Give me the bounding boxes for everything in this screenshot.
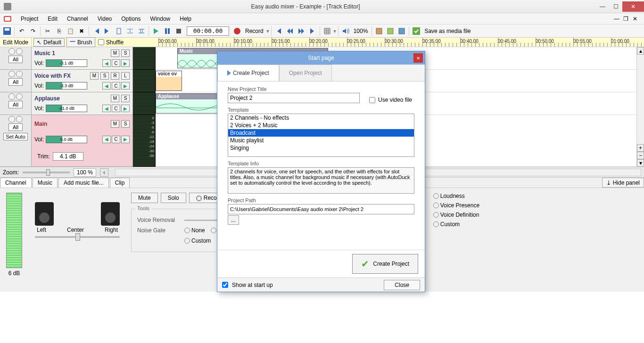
track-name[interactable]: Music 1 bbox=[34, 50, 109, 57]
volume-fader[interactable]: -3.3 dB bbox=[46, 82, 87, 90]
save-media-label[interactable]: Save as media file bbox=[424, 28, 471, 34]
shuffle-checkbox[interactable] bbox=[98, 39, 104, 45]
eq-preset-radio[interactable]: Loudness bbox=[433, 193, 479, 199]
track-name[interactable]: Applause bbox=[34, 95, 109, 102]
all-button[interactable]: All bbox=[8, 78, 23, 86]
template-item[interactable]: Broadcast bbox=[228, 129, 414, 137]
menu-project[interactable]: Project bbox=[16, 14, 43, 24]
track-m-button[interactable]: M bbox=[111, 95, 119, 102]
all-button[interactable]: All bbox=[8, 56, 23, 63]
tab-music[interactable]: Music bbox=[33, 178, 58, 188]
snap-end-icon[interactable] bbox=[102, 26, 113, 36]
scroll-up-icon[interactable]: ▴ bbox=[637, 47, 644, 55]
track-toggle-icon[interactable] bbox=[8, 116, 15, 122]
track-name[interactable]: Main bbox=[34, 121, 109, 127]
track-s-button[interactable]: S bbox=[121, 120, 130, 128]
undo-icon[interactable]: ↶ bbox=[17, 26, 27, 36]
track-r-button[interactable]: R bbox=[111, 72, 119, 80]
save-icon[interactable] bbox=[2, 26, 12, 36]
next-icon[interactable]: ▶ bbox=[121, 59, 130, 67]
track-toggle-icon[interactable] bbox=[16, 93, 23, 100]
track-s-button[interactable]: S bbox=[100, 72, 109, 80]
new-title-input[interactable] bbox=[228, 93, 360, 103]
mdi-close-icon[interactable]: ✕ bbox=[633, 16, 639, 22]
menu-edit[interactable]: Edit bbox=[43, 14, 62, 24]
prev-icon[interactable]: ◀ bbox=[102, 105, 111, 112]
time-ruler[interactable]: 00:00.0000:05.0000:10.0000:15.0000:20.00… bbox=[156, 38, 644, 47]
save-media-icon[interactable] bbox=[411, 26, 421, 36]
zoom-out-icon[interactable]: − bbox=[637, 152, 644, 159]
zoom-slider[interactable] bbox=[23, 172, 70, 173]
menu-options[interactable]: Options bbox=[116, 14, 145, 24]
center-button[interactable]: C bbox=[112, 59, 120, 67]
all-button[interactable]: All bbox=[8, 123, 23, 131]
volume-icon[interactable] bbox=[340, 26, 351, 36]
center-button[interactable]: C bbox=[112, 136, 120, 143]
track-s-button[interactable]: S bbox=[121, 49, 130, 57]
eq-preset-radio[interactable]: Voice Presence bbox=[433, 202, 479, 209]
track-toggle-icon[interactable] bbox=[8, 48, 15, 55]
zoom-prev-icon[interactable]: ‹ bbox=[100, 168, 108, 177]
eq-preset-radio[interactable]: Voice Definition bbox=[433, 212, 479, 218]
mode-brush[interactable]: 𝍠Brush bbox=[66, 37, 95, 47]
pause-button[interactable] bbox=[162, 26, 173, 36]
project-path-input[interactable] bbox=[228, 204, 414, 214]
play-button[interactable] bbox=[151, 26, 161, 36]
layout3-icon[interactable] bbox=[396, 26, 407, 36]
cut-icon[interactable]: ✂ bbox=[42, 26, 53, 36]
mode-default[interactable]: ↖Default bbox=[33, 38, 65, 47]
mdi-restore-icon[interactable]: ❐ bbox=[623, 16, 630, 22]
next-icon[interactable]: ▶ bbox=[121, 136, 130, 143]
rewind-icon[interactable] bbox=[285, 26, 295, 36]
track-l-button[interactable]: L bbox=[121, 72, 130, 80]
template-item[interactable]: Singing bbox=[228, 144, 414, 152]
menu-channel[interactable]: Channel bbox=[62, 14, 93, 24]
menu-window[interactable]: Window bbox=[146, 14, 175, 24]
grid-icon[interactable] bbox=[322, 26, 332, 36]
menu-video[interactable]: Video bbox=[93, 14, 116, 24]
use-video-checkbox[interactable]: Use video file bbox=[369, 97, 412, 103]
volume-fader[interactable]: -3.1 dB bbox=[46, 59, 87, 67]
zoom-in-icon[interactable]: + bbox=[637, 144, 644, 152]
goto-start-icon[interactable] bbox=[273, 26, 284, 36]
tab-add-music[interactable]: Add music file... bbox=[58, 178, 109, 188]
merge-icon[interactable] bbox=[136, 26, 147, 36]
zoom-value[interactable]: 100 % bbox=[74, 168, 96, 177]
dialog-close-button[interactable]: Close bbox=[384, 280, 420, 290]
create-project-button[interactable]: ✔ Create Project bbox=[352, 254, 418, 274]
menu-help[interactable]: Help bbox=[175, 14, 196, 24]
close-button[interactable]: ✕ bbox=[622, 1, 644, 12]
layout2-icon[interactable] bbox=[385, 26, 396, 36]
tab-create-project[interactable]: Create Project bbox=[217, 65, 279, 81]
paste-icon[interactable]: 📋 bbox=[65, 26, 75, 36]
eq-preset-radio[interactable]: Custom bbox=[433, 221, 479, 228]
track-s-button[interactable]: S bbox=[121, 95, 130, 102]
maximize-button[interactable]: ☐ bbox=[609, 1, 622, 12]
snap-start-icon[interactable] bbox=[91, 26, 101, 36]
template-item[interactable]: 2 Channels - No effects bbox=[228, 114, 414, 122]
stop-button[interactable] bbox=[173, 26, 184, 36]
next-icon[interactable]: ▶ bbox=[121, 105, 130, 112]
template-item[interactable]: 2 Voices + 2 Music bbox=[228, 122, 414, 129]
prev-icon[interactable]: ◀ bbox=[102, 82, 111, 90]
mute-button[interactable]: Mute bbox=[131, 193, 158, 203]
all-button[interactable]: All bbox=[8, 101, 23, 108]
template-list[interactable]: 2 Channels - No effects2 Voices + 2 Musi… bbox=[228, 114, 414, 157]
track-m-button[interactable]: M bbox=[111, 49, 119, 57]
set-auto-button[interactable]: Set Auto bbox=[3, 133, 28, 140]
track-name[interactable]: Voice with FX bbox=[34, 73, 88, 79]
redo-icon[interactable]: ↷ bbox=[28, 26, 38, 36]
copy-icon[interactable]: ⎘ bbox=[54, 26, 64, 36]
center-button[interactable]: C bbox=[112, 105, 120, 112]
prev-icon[interactable]: ◀ bbox=[102, 59, 111, 67]
record-label[interactable]: Record bbox=[245, 28, 264, 34]
vertical-scrollbar[interactable]: ▴ + − ▾ bbox=[636, 47, 644, 167]
mdi-minimize-icon[interactable]: — bbox=[614, 16, 620, 22]
pan-slider[interactable] bbox=[35, 236, 120, 238]
track-toggle-icon[interactable] bbox=[8, 71, 15, 77]
scroll-down-icon[interactable]: ▾ bbox=[637, 159, 644, 167]
split-icon[interactable] bbox=[125, 26, 135, 36]
clip-label[interactable]: voice ov bbox=[156, 71, 182, 77]
volume-fader[interactable]: 0.0 dB bbox=[46, 136, 87, 143]
show-at-startup-checkbox[interactable] bbox=[222, 282, 228, 288]
